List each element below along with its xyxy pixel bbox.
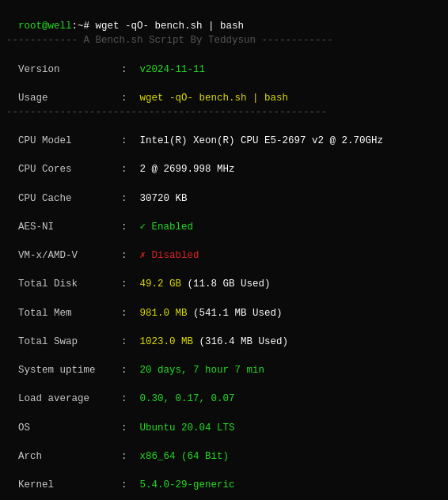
system-uptime-line: System uptime: 20 days, 7 hour 7 min — [6, 349, 442, 377]
cpu-cache-line: CPU Cache: 30720 KB — [6, 177, 442, 206]
total-mem-used: (541.1 MB Used) — [193, 308, 283, 319]
usage-value: wget -qO- bench.sh | bash — [140, 93, 289, 104]
total-disk-value: 49.2 GB — [140, 278, 182, 290]
cpu-model-value: Intel(R) Xeon(R) CPU E5-2697 v2 @ 2.70GH… — [140, 135, 384, 146]
usage-line: Usage: wget -qO- bench.sh | bash — [6, 77, 442, 105]
system-uptime-value: 20 days, 7 hour 7 min — [140, 365, 265, 376]
prompt-command: wget -qO- bench.sh | bash — [96, 21, 245, 32]
version-value: v2024-11-11 — [140, 64, 206, 75]
kernel-label: Kernel — [18, 478, 121, 492]
load-average-line: Load average: 0.30, 0.17, 0.07 — [6, 377, 442, 406]
cpu-cache-label: CPU Cache — [18, 191, 121, 206]
prompt-line: root@well:~# wget -qO- bench.sh | bash — [6, 5, 442, 33]
total-mem-label: Total Mem — [18, 306, 121, 320]
os-value: Ubuntu 20.04 LTS — [140, 422, 235, 434]
version-label: Version — [18, 62, 121, 77]
kernel-line: Kernel: 5.4.0-29-generic — [6, 464, 442, 492]
arch-value: x86_64 (64 Bit) — [140, 451, 230, 462]
total-mem-line: Total Mem: 981.0 MB (541.1 MB Used) — [6, 292, 442, 320]
cpu-cache-value: 30720 KB — [140, 193, 188, 204]
total-disk-line: Total Disk: 49.2 GB (11.8 GB Used) — [6, 263, 442, 291]
total-swap-used: (316.4 MB Used) — [199, 336, 289, 347]
aes-ni-value: ✓ Enabled — [140, 222, 194, 233]
kernel-value: 5.4.0-29-generic — [140, 479, 235, 491]
arch-line: Arch: x86_64 (64 Bit) — [6, 435, 442, 464]
total-disk-used: (11.8 GB Used) — [188, 278, 271, 290]
vmx-value: ✗ Disabled — [140, 250, 199, 261]
os-label: OS — [18, 421, 121, 435]
total-disk-label: Total Disk — [18, 277, 121, 291]
cpu-model-label: CPU Model — [18, 134, 121, 148]
vmx-label: VM-x/AMD-V — [18, 248, 121, 263]
arch-label: Arch — [18, 449, 121, 464]
aes-ni-label: AES-NI — [18, 220, 121, 234]
total-swap-line: Total Swap: 1023.0 MB (316.4 MB Used) — [6, 320, 442, 349]
separator-2: ----------------------------------------… — [6, 105, 442, 119]
prompt-user: root@well — [18, 21, 72, 32]
load-average-label: Load average — [18, 392, 121, 406]
cpu-cores-label: CPU Cores — [18, 162, 121, 176]
tcp-cc-line: TCP CC: bbr — [6, 492, 442, 500]
version-line: Version: v2024-11-11 — [6, 47, 442, 76]
os-line: OS: Ubuntu 20.04 LTS — [6, 407, 442, 435]
cpu-cores-value: 2 @ 2699.998 MHz — [140, 164, 235, 175]
total-mem-value: 981.0 MB — [140, 308, 188, 319]
usage-label: Usage — [18, 91, 121, 105]
cpu-cores-line: CPU Cores: 2 @ 2699.998 MHz — [6, 148, 442, 176]
total-swap-value: 1023.0 MB — [140, 336, 194, 347]
separator-header: ------------ A Bench.sh Script By Teddys… — [6, 33, 442, 47]
vmx-line: VM-x/AMD-V: ✗ Disabled — [6, 234, 442, 263]
total-swap-label: Total Swap — [18, 335, 121, 349]
aes-ni-line: AES-NI: ✓ Enabled — [6, 206, 442, 234]
cpu-model-line: CPU Model: Intel(R) Xeon(R) CPU E5-2697 … — [6, 119, 442, 148]
system-uptime-label: System uptime — [18, 363, 121, 377]
prompt-colon: :~# — [72, 21, 90, 32]
load-average-value: 0.30, 0.17, 0.07 — [140, 393, 235, 404]
